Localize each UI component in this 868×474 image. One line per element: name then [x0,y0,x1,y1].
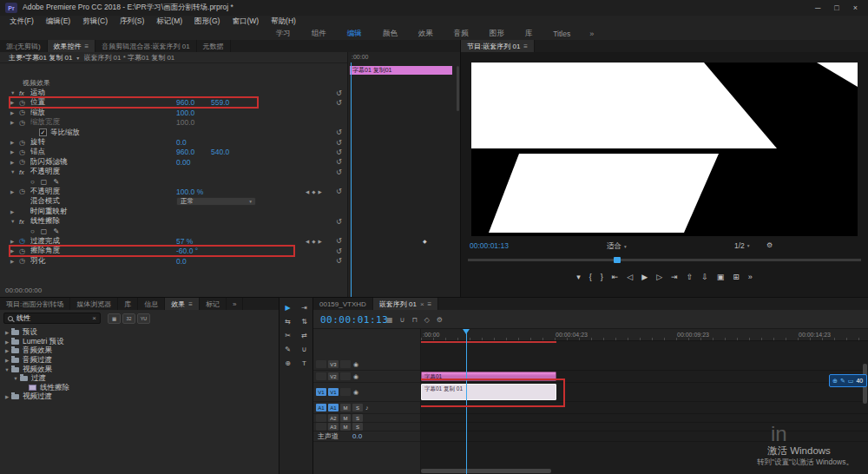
reset-icon[interactable]: ↺ [336,148,342,156]
twirl-icon[interactable]: ▼ [10,219,19,224]
twirl-icon[interactable]: ▶ [10,110,19,115]
clip-V2[interactable]: 字幕01 [421,372,556,381]
workspace-tab-0[interactable]: 学习 [266,29,301,39]
bit32-badge[interactable]: 32 [122,313,135,324]
reset-icon[interactable]: ↺ [336,188,342,195]
reset-icon[interactable]: ↺ [336,218,342,226]
menu-item-3[interactable]: 序列(S) [114,16,150,27]
ellipse-mask-icon[interactable]: ○ [30,178,35,186]
prev-keyframe-icon[interactable]: ◀ [306,189,309,194]
effect-controls-timeline[interactable]: :00:00 字幕01 复制01 ◆ [347,52,460,297]
menu-item-4[interactable]: 标记(M) [150,16,188,27]
track-lane-V2[interactable]: 字幕01 [421,371,868,383]
source-patch-V1[interactable]: V1 [316,388,326,396]
solo-button[interactable]: S [352,414,363,422]
type-tool[interactable]: T [299,358,311,368]
tab-source-monitor[interactable]: 源:(无剪辑) [0,40,48,52]
track-lock-V2[interactable] [340,372,351,380]
tab-libraries[interactable]: 库 [118,298,138,310]
stopwatch-icon[interactable]: ◷ [19,148,30,156]
playback-resolution-select[interactable]: 1/2▾ [734,241,750,250]
timeline-ruler[interactable]: :00:0000:00:04:2300:00:09:2300:00:14:23 [421,329,868,341]
menu-item-2[interactable]: 剪辑(C) [76,16,114,27]
close-button[interactable]: × [853,3,858,12]
twirl-icon[interactable]: ▶ [10,248,19,253]
reset-icon[interactable]: ↺ [336,247,342,255]
track-eye-icon[interactable]: ◉ [353,389,358,396]
property-value[interactable]: 57 % [176,237,211,246]
property-value[interactable]: 100.0 [176,109,211,117]
property-value[interactable]: 0.0 [176,257,211,266]
solo-button[interactable]: S [352,423,363,431]
track-lock-V1[interactable] [340,388,351,396]
insert-nest-icon[interactable]: ▦ [386,316,393,324]
property-value[interactable]: -60.0 ° [176,247,211,255]
workspace-overflow-icon[interactable]: » [581,30,602,38]
horizontal-scrollbar[interactable] [421,469,551,473]
twirl-icon[interactable]: ▶ [10,140,19,145]
twirl-icon[interactable]: ▶ [10,160,19,165]
track-lane-主声道[interactable] [421,431,868,442]
property-value[interactable]: 540.0 [211,148,246,156]
button-editor-button[interactable]: » [748,273,753,281]
stopwatch-icon[interactable]: ◷ [19,119,30,127]
master-clip-path[interactable]: 主要*字幕01 复制 01 [9,53,72,63]
source-patch-V2[interactable] [316,372,326,380]
workspace-tab-8[interactable]: Titles [542,30,581,38]
reset-icon[interactable]: ↺ [336,168,342,176]
fx-badge-icon[interactable]: fx [19,168,30,176]
clip-V1[interactable]: 字幕01 复制 01 [421,384,556,400]
mini-scrollbar[interactable] [457,66,459,111]
master-gain-value[interactable]: 0.0 [352,432,362,440]
twirl-icon[interactable]: ▶ [3,348,10,353]
mini-playhead[interactable] [351,63,352,297]
track-lock-V3[interactable] [340,360,351,368]
source-patch-V3[interactable] [316,360,326,368]
step-back-button[interactable]: ◁ [627,273,633,281]
workspace-tab-1[interactable]: 组件 [301,29,337,39]
property-value[interactable]: 100.0 [176,118,211,127]
mute-button[interactable]: M [340,423,351,431]
effect-name[interactable]: 运动 [30,88,45,98]
workspace-tab-5[interactable]: 音频 [444,29,479,39]
fx-badge-icon[interactable]: fx [19,218,30,226]
timeline-playhead[interactable] [466,329,467,474]
next-keyframe-icon[interactable]: ▶ [318,189,321,194]
effect-name[interactable]: 时间重映射 [30,207,68,217]
tab-effects[interactable]: 效果≡ [165,298,200,310]
source-patch-A3[interactable] [316,423,326,431]
twirl-icon[interactable]: ▶ [10,149,19,155]
stopwatch-icon[interactable]: ◷ [19,237,30,245]
workspace-tab-3[interactable]: 颜色 [372,29,408,39]
track-target-V3[interactable]: V3 [328,360,339,368]
mic-icon[interactable]: ♪ [365,405,369,411]
workspace-tab-4[interactable]: 效果 [408,29,444,39]
program-timecode[interactable]: 00:00:01:13 [470,241,509,250]
property-value[interactable]: 0.0 [176,138,211,147]
timeline-timecode[interactable]: 00:00:01:13 [320,314,388,326]
lift-button[interactable]: ⇧ [687,273,694,281]
property-value[interactable]: 0.00 [176,158,211,167]
stopwatch-icon[interactable]: ◷ [19,257,30,265]
reset-icon[interactable]: ↺ [336,128,342,136]
settings-wrench-icon[interactable]: ⚙ [766,241,773,249]
twirl-icon[interactable]: ▶ [3,358,10,363]
menu-item-7[interactable]: 帮助(H) [265,16,302,27]
add-marker-button[interactable]: ▾ [576,273,581,281]
twirl-icon[interactable]: ▶ [10,259,19,264]
track-lane-A3[interactable] [421,423,868,431]
menu-item-0[interactable]: 文件(F) [3,16,40,27]
mark-out-button[interactable]: } [601,273,603,281]
track-lane-V1[interactable]: 字幕01 复制 01 [421,383,868,402]
twirl-icon[interactable]: ▼ [10,90,19,95]
linked-selection-icon[interactable]: ⊓ [411,316,417,324]
tree-row-folder[interactable]: ▶视频过渡 [0,392,279,402]
reset-icon[interactable]: ↺ [336,139,342,147]
checkbox[interactable]: ✓ [39,128,47,136]
rect-mask-icon[interactable]: ▢ [41,178,48,186]
slip-tool[interactable]: ⇄ [299,330,311,340]
source-patch-A2[interactable] [316,414,326,422]
timeline-settings-icon[interactable]: ⚙ [437,316,443,324]
reset-icon[interactable]: ↺ [336,158,342,166]
stopwatch-icon[interactable]: ◷ [19,139,30,147]
